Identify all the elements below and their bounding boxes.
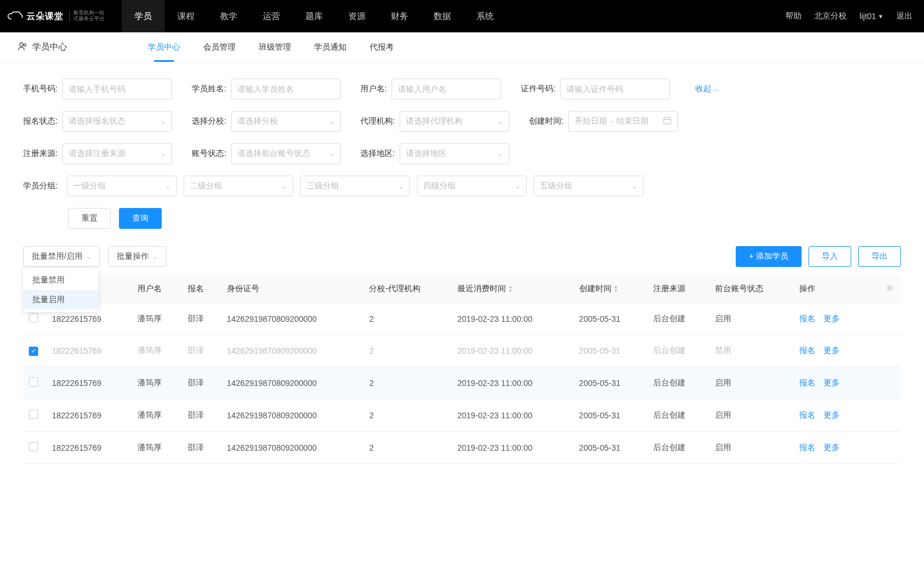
table-row: 18222615769潘筠厚邵泽142629198708092000002201… [23,367,901,399]
chevron-down-icon: ⌄ [329,150,334,158]
more-link[interactable]: 更多 [824,378,840,387]
row-checkbox[interactable] [29,313,38,322]
help-link[interactable]: 帮助 [785,11,802,21]
filter-group-label: 学员分组: [23,181,58,191]
region-select[interactable]: 请选择地区⌄ [400,143,509,164]
more-link[interactable]: 更多 [824,410,840,419]
row-checkbox[interactable] [29,442,38,451]
cell-status: 启用 [709,399,793,432]
cell-op: 报名更多 [793,335,878,367]
cell-status: 禁用 [709,335,793,367]
branch-link[interactable]: 北京分校 [814,11,847,21]
table-row: 18222615769潘筠厚邵泽142629198708092000002201… [23,303,901,335]
sub-nav-item-1[interactable]: 会员管理 [203,32,236,62]
col-op: 操作 [793,275,878,303]
table-toolbar: 批量禁用/启用 ⌄ 批量操作 ⌄ 批量禁用 批量启用 + 添加学员 导入 导出 [0,235,924,275]
filter-enroll-status-label: 报名状态: [23,116,58,127]
cell-status: 启用 [709,367,793,399]
users-icon [17,41,28,53]
signup-link[interactable]: 报名 [799,443,815,452]
table-row: 18222615769潘筠厚邵泽142629198708092000002201… [23,399,901,432]
batch-disable-item[interactable]: 批量禁用 [23,270,98,290]
group-select-1[interactable]: 一级分组⌄ [67,176,177,196]
cell-branch: 2 [363,432,452,464]
row-checkbox[interactable] [29,377,38,387]
cell-username: 潘筠厚 [132,335,182,367]
nav-item-7[interactable]: 数据 [421,0,464,32]
reg-source-placeholder: 请选择注册来源 [69,148,125,159]
cell-branch: 2 [363,367,452,399]
row-checkbox[interactable]: ✓ [29,347,38,356]
cell-create: 2005-05-31 [573,367,648,399]
chevron-down-icon: ⌄ [165,183,170,190]
group-select-4[interactable]: 四级分组⌄ [417,176,527,196]
phone-input[interactable] [62,79,172,99]
nav-item-3[interactable]: 运营 [250,0,293,32]
more-link[interactable]: 更多 [824,443,840,452]
nav-item-1[interactable]: 课程 [165,0,207,32]
sub-nav-item-0[interactable]: 学员中心 [148,32,180,62]
logo: 云朵课堂 教育机构一站 式服务云平台 [7,10,105,22]
username-input[interactable] [392,79,501,99]
col-create[interactable]: 创建时间▲▼ [573,275,648,303]
date-start-placeholder: 开始日期 [575,116,607,127]
group-select-placeholder: 二级分组 [190,181,222,191]
nav-item-4[interactable]: 题库 [293,0,336,32]
nav-item-6[interactable]: 财务 [378,0,421,32]
import-button[interactable]: 导入 [808,246,851,267]
nav-item-2[interactable]: 教学 [207,0,250,32]
create-time-range[interactable]: 开始日期 - 结束日期 [568,111,678,132]
agency-select[interactable]: 请选择代理机构⌄ [400,111,509,132]
nav-item-0[interactable]: 学员 [122,0,165,32]
filter-branch: 选择分校: 请选择分校⌄ [192,111,341,132]
account-status-select[interactable]: 请选择前台账号状态⌄ [231,143,341,164]
sub-nav-item-4[interactable]: 代报考 [370,32,394,62]
agency-placeholder: 请选择代理机构 [406,116,463,127]
cell-branch: 2 [363,303,452,335]
more-link[interactable]: 更多 [824,346,840,355]
nav-item-5[interactable]: 资源 [336,0,378,32]
more-link[interactable]: 更多 [824,314,840,323]
students-table-container: 用户名 报名 身份证号 分校-代理机构 最近消费时间▲▼ 创建时间▲▼ 注册来源… [0,275,924,464]
row-checkbox[interactable] [29,410,38,419]
cell-branch: 2 [363,399,452,432]
cell-op: 报名更多 [793,367,878,399]
reset-button[interactable]: 重置 [68,208,111,229]
add-student-button[interactable]: + 添加学员 [736,246,802,267]
name-input[interactable] [231,79,341,99]
group-select-placeholder: 三级分组 [307,181,339,191]
enroll-status-select[interactable]: 请选择报名状态⌄ [62,111,172,132]
chevron-down-icon: ⌄ [329,118,334,125]
user-menu[interactable]: lijt01 ▼ [859,12,884,21]
export-button[interactable]: 导出 [858,246,901,267]
signup-link[interactable]: 报名 [799,314,815,323]
table-settings-button[interactable] [878,275,901,303]
group-select-3[interactable]: 三级分组⌄ [300,176,410,196]
branch-placeholder: 请选择分校 [237,116,278,127]
idno-input[interactable] [560,79,670,99]
sub-nav-item-2[interactable]: 班级管理 [259,32,291,62]
logout-link[interactable]: 退出 [896,11,912,21]
collapse-toggle[interactable]: 收起 ︿ [695,84,720,94]
batch-toggle-button[interactable]: 批量禁用/启用 ⌄ [23,246,100,267]
search-button[interactable]: 查询 [119,208,162,229]
sub-nav-item-3[interactable]: 学员通知 [314,32,346,62]
date-separator: - [610,117,613,126]
filter-reg-source-label: 注册来源: [23,148,58,159]
reg-source-select[interactable]: 请选择注册来源⌄ [62,143,172,164]
chevron-down-icon: ⌄ [152,253,158,261]
chevron-down-icon: ⌄ [498,150,503,158]
cell-source: 后台创建 [647,303,709,335]
filter-enroll-status: 报名状态: 请选择报名状态⌄ [23,111,172,132]
nav-item-8[interactable]: 系统 [464,0,506,32]
group-select-2[interactable]: 二级分组⌄ [184,176,293,196]
signup-link[interactable]: 报名 [799,378,815,387]
branch-select[interactable]: 请选择分校⌄ [231,111,341,132]
signup-link[interactable]: 报名 [799,410,815,419]
batch-enable-item[interactable]: 批量启用 [23,290,98,310]
group-select-5[interactable]: 五级分组⌄ [534,176,643,196]
signup-link[interactable]: 报名 [799,346,815,355]
col-last-spend[interactable]: 最近消费时间▲▼ [452,275,573,303]
cell-enroll: 邵泽 [182,303,221,335]
batch-ops-button[interactable]: 批量操作 ⌄ [108,246,166,267]
